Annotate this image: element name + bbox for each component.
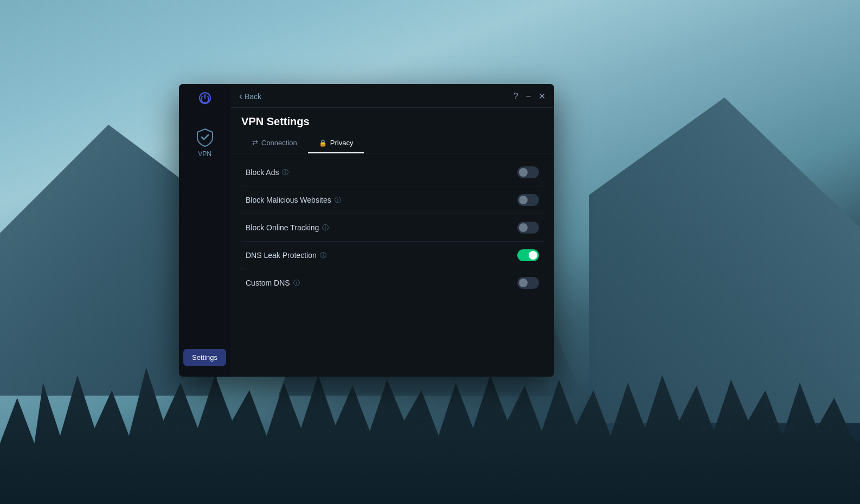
custom-dns-thumb bbox=[519, 279, 528, 287]
tab-privacy[interactable]: 🔒 Privacy bbox=[308, 133, 364, 153]
power-icon[interactable] bbox=[197, 91, 213, 106]
dns-leak-track bbox=[517, 249, 539, 261]
block-malicious-info-icon[interactable]: ⓘ bbox=[335, 196, 341, 205]
shield-icon bbox=[195, 127, 215, 147]
sidebar-bottom: Settings bbox=[179, 349, 230, 366]
mountain-right bbox=[589, 98, 860, 423]
settings-button[interactable]: Settings bbox=[183, 349, 226, 366]
tab-connection[interactable]: ⇄ Connection bbox=[241, 133, 308, 153]
title-bar: ‹ Back ? − ✕ bbox=[230, 84, 554, 108]
custom-dns-label: Custom DNS ⓘ bbox=[246, 279, 300, 288]
connection-tab-label: Connection bbox=[261, 139, 297, 147]
vpn-label: VPN bbox=[198, 150, 211, 158]
privacy-tab-label: Privacy bbox=[330, 139, 354, 147]
block-ads-info-icon[interactable]: ⓘ bbox=[282, 168, 288, 177]
dns-leak-toggle[interactable] bbox=[517, 249, 539, 261]
custom-dns-info-icon[interactable]: ⓘ bbox=[293, 279, 300, 288]
block-malicious-toggle[interactable] bbox=[517, 194, 539, 206]
block-tracking-info-icon[interactable]: ⓘ bbox=[322, 223, 329, 232]
custom-dns-track bbox=[517, 277, 539, 289]
window-controls: ? − ✕ bbox=[514, 92, 545, 101]
settings-list: Block Ads ⓘ Block Malicious Websites ⓘ bbox=[230, 153, 554, 377]
back-arrow-icon: ‹ bbox=[239, 91, 242, 102]
block-ads-track bbox=[517, 166, 539, 178]
block-ads-label: Block Ads ⓘ bbox=[246, 168, 288, 177]
dns-leak-protection-label: DNS Leak Protection ⓘ bbox=[246, 251, 326, 260]
setting-dns-leak-protection: DNS Leak Protection ⓘ bbox=[239, 242, 545, 269]
block-tracking-toggle[interactable] bbox=[517, 222, 539, 234]
privacy-tab-icon: 🔒 bbox=[319, 139, 327, 147]
setting-block-ads: Block Ads ⓘ bbox=[239, 159, 545, 186]
block-tracking-track bbox=[517, 222, 539, 234]
back-label: Back bbox=[245, 92, 261, 101]
block-tracking-thumb bbox=[519, 223, 528, 232]
block-malicious-thumb bbox=[519, 196, 528, 204]
block-online-tracking-label: Block Online Tracking ⓘ bbox=[246, 223, 329, 232]
main-content: ‹ Back ? − ✕ VPN Settings ⇄ Connection 🔒… bbox=[230, 84, 554, 377]
setting-block-online-tracking: Block Online Tracking ⓘ bbox=[239, 214, 545, 242]
block-malicious-websites-label: Block Malicious Websites ⓘ bbox=[246, 196, 341, 205]
back-button[interactable]: ‹ Back bbox=[239, 91, 261, 102]
vpn-icon-container: VPN bbox=[195, 127, 215, 158]
close-button[interactable]: ✕ bbox=[538, 92, 545, 101]
minimize-button[interactable]: − bbox=[526, 92, 531, 101]
help-button[interactable]: ? bbox=[514, 92, 518, 101]
block-ads-toggle[interactable] bbox=[517, 166, 539, 178]
connection-tab-icon: ⇄ bbox=[252, 139, 258, 147]
dns-leak-info-icon[interactable]: ⓘ bbox=[320, 251, 326, 260]
dns-leak-thumb bbox=[529, 251, 537, 260]
block-ads-thumb bbox=[519, 168, 528, 177]
title-bar-left: ‹ Back bbox=[239, 91, 261, 102]
setting-block-malicious-websites: Block Malicious Websites ⓘ bbox=[239, 186, 545, 214]
custom-dns-toggle[interactable] bbox=[517, 277, 539, 289]
app-window: VPN Settings ‹ Back ? − ✕ VPN Settings bbox=[179, 84, 554, 377]
setting-custom-dns: Custom DNS ⓘ bbox=[239, 269, 545, 296]
sidebar: VPN Settings bbox=[179, 84, 230, 377]
tabs: ⇄ Connection 🔒 Privacy bbox=[230, 133, 554, 153]
block-malicious-track bbox=[517, 194, 539, 206]
page-title: VPN Settings bbox=[230, 108, 554, 133]
